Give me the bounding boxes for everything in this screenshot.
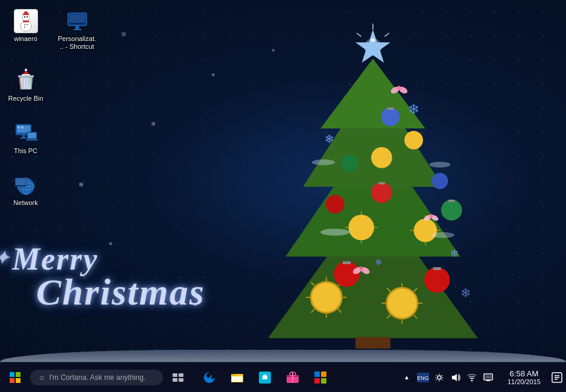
personalization-icon-image — [65, 9, 89, 33]
svg-rect-138 — [314, 378, 320, 384]
task-view-button[interactable] — [166, 362, 190, 393]
clock[interactable]: 6:58 AM 11/20/2015 — [500, 362, 548, 393]
svg-text:❄: ❄ — [325, 133, 334, 145]
svg-rect-87 — [69, 23, 85, 24]
svg-point-47 — [371, 182, 392, 203]
svg-text:❄: ❄ — [375, 257, 383, 267]
svg-point-52 — [341, 155, 358, 172]
store-app[interactable] — [252, 364, 278, 391]
christmas-tree: ❄ ❄ ❄ ❄ ❄ — [228, 12, 518, 350]
taskbar: ○ I'm Cortana. Ask me anything. — [0, 362, 566, 392]
svg-rect-86 — [69, 14, 85, 24]
svg-text:❄: ❄ — [408, 101, 419, 117]
search-box[interactable]: ○ I'm Cortana. Ask me anything. — [30, 370, 163, 385]
svg-rect-79 — [27, 24, 28, 25]
svg-point-97 — [25, 69, 27, 71]
svg-rect-107 — [26, 139, 38, 141]
svg-point-63 — [398, 86, 401, 90]
app5[interactable] — [307, 364, 334, 391]
recycle-bin-icon[interactable]: Recycle Bin — [3, 66, 48, 106]
svg-rect-101 — [21, 126, 24, 128]
svg-point-55 — [432, 172, 448, 189]
svg-point-41 — [371, 147, 392, 168]
start-button[interactable] — [0, 362, 30, 393]
svg-rect-145 — [485, 375, 491, 379]
snow-ground — [0, 350, 566, 362]
svg-point-36 — [414, 219, 437, 242]
svg-rect-82 — [24, 11, 28, 14]
svg-point-31 — [348, 215, 374, 240]
merry-christmas-text: Merry Christmas — [12, 241, 205, 314]
network-label: Network — [13, 199, 37, 207]
svg-point-142 — [437, 376, 441, 379]
svg-point-72 — [312, 159, 335, 165]
svg-point-70 — [320, 229, 349, 236]
sound-tray-icon[interactable] — [448, 364, 463, 391]
display-tray-icon[interactable] — [481, 364, 495, 391]
recycle-bin-label: Recycle Bin — [8, 95, 43, 103]
network-icon-image — [14, 173, 38, 197]
svg-rect-125 — [179, 378, 183, 382]
svg-line-10 — [357, 33, 361, 37]
edge-app[interactable] — [196, 364, 223, 391]
svg-rect-78 — [24, 24, 25, 25]
svg-rect-100 — [17, 126, 20, 128]
desktop-icons: winaero — [3, 6, 100, 210]
winaero-icon[interactable]: winaero — [3, 6, 48, 54]
svg-rect-104 — [20, 138, 27, 139]
svg-rect-129 — [232, 376, 243, 382]
svg-point-50 — [441, 200, 462, 221]
svg-rect-119 — [16, 372, 21, 377]
svg-rect-54 — [387, 107, 394, 110]
svg-point-77 — [26, 16, 27, 17]
svg-rect-146 — [486, 380, 490, 381]
svg-point-76 — [24, 16, 25, 17]
network-tray-icon[interactable] — [465, 364, 479, 391]
this-pc-icon[interactable]: This PC — [3, 118, 48, 158]
svg-text:❄: ❄ — [450, 247, 459, 259]
svg-text:ENG: ENG — [417, 375, 429, 381]
svg-rect-89 — [73, 29, 81, 30]
settings-tray-icon[interactable] — [432, 364, 447, 391]
svg-rect-4 — [355, 337, 390, 349]
network-icon[interactable]: Network — [3, 170, 48, 210]
svg-rect-83 — [23, 21, 29, 22]
clock-date: 11/20/2015 — [507, 378, 541, 385]
svg-rect-44 — [343, 261, 351, 264]
personalization-icon[interactable]: Personalizat... - Shortcut — [54, 6, 100, 54]
svg-rect-88 — [75, 26, 79, 29]
svg-point-7 — [371, 38, 375, 42]
svg-point-22 — [387, 289, 416, 318]
app4[interactable] — [279, 364, 306, 391]
svg-rect-80 — [24, 27, 25, 28]
show-hidden-button[interactable]: ▲ — [399, 364, 414, 391]
svg-marker-3 — [320, 58, 425, 128]
svg-point-53 — [381, 107, 400, 126]
svg-point-69 — [360, 267, 363, 270]
clock-time: 6:58 AM — [510, 369, 539, 378]
svg-rect-46 — [433, 267, 441, 270]
svg-point-73 — [430, 162, 451, 168]
svg-rect-123 — [179, 373, 183, 377]
svg-rect-51 — [448, 200, 456, 202]
winaero-icon-image — [14, 9, 38, 33]
svg-rect-121 — [16, 378, 21, 383]
pinned-apps — [196, 364, 334, 391]
svg-rect-116 — [19, 186, 22, 188]
svg-point-42 — [404, 131, 423, 150]
recycle-bin-icon-image — [14, 69, 38, 93]
language-indicator[interactable]: ENG — [416, 364, 430, 391]
svg-point-49 — [326, 195, 345, 213]
svg-rect-139 — [321, 378, 326, 384]
svg-rect-106 — [28, 133, 36, 138]
svg-point-12 — [312, 283, 341, 312]
svg-rect-117 — [17, 188, 24, 189]
svg-point-66 — [430, 214, 433, 218]
svg-line-9 — [384, 33, 389, 37]
explorer-app[interactable] — [224, 364, 250, 391]
svg-point-71 — [431, 232, 455, 238]
svg-point-45 — [424, 267, 450, 292]
search-placeholder: I'm Cortana. Ask me anything. — [49, 373, 145, 382]
winaero-label: winaero — [14, 35, 37, 43]
notification-button[interactable] — [548, 362, 566, 393]
